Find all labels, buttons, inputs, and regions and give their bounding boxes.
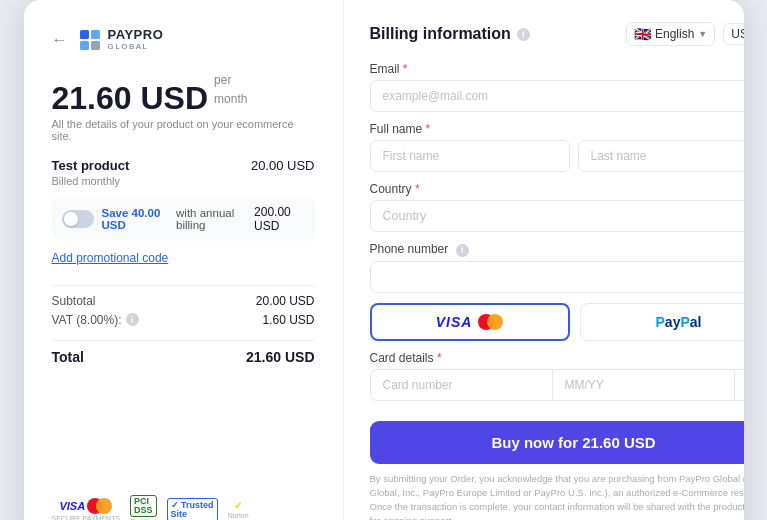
- billing-title-row: Billing information i: [370, 25, 530, 43]
- card-exp-input[interactable]: [552, 369, 734, 401]
- country-wrapper: Country ▼: [370, 200, 744, 232]
- pci-icon: PCIDSS: [130, 495, 157, 517]
- logo-cell-3: [80, 41, 89, 50]
- fullname-required: *: [426, 122, 431, 136]
- product-price: 20.00 USD: [251, 158, 315, 173]
- flag-icon: 🇬🇧: [634, 26, 651, 42]
- email-label: Email *: [370, 62, 744, 76]
- norton-badge: ✓ Norton: [228, 500, 249, 519]
- logo-cell-2: [91, 30, 100, 39]
- fullname-label: Full name *: [370, 122, 744, 136]
- vat-info-icon: i: [126, 313, 139, 326]
- logo-row: ← PAYPRO GLOBAL: [52, 28, 315, 51]
- paypal-payment-button[interactable]: PayPal: [580, 303, 744, 341]
- disclaimer: By submitting your Order, you acknowledg…: [370, 472, 744, 521]
- product-name: Test product: [52, 158, 130, 173]
- lastname-input[interactable]: [578, 140, 744, 172]
- name-row: [370, 140, 744, 172]
- norton-icon: ✓: [234, 500, 242, 511]
- card-details-row: ⊙: [370, 369, 744, 401]
- toggle-row: Save 40.00 USD with annual billing 200.0…: [52, 197, 315, 241]
- logo-sub: GLOBAL: [108, 42, 164, 51]
- billing-title: Billing information: [370, 25, 511, 43]
- payment-buttons: VISA PayPal: [370, 303, 744, 341]
- lang-label: English: [655, 27, 694, 41]
- save-label: Save 40.00 USD: [102, 207, 169, 231]
- total-label: Total: [52, 349, 84, 365]
- email-required: *: [403, 62, 408, 76]
- right-panel: Billing information i 🇬🇧 English ▼ USD ▼…: [344, 0, 744, 520]
- phone-input[interactable]: [370, 261, 744, 293]
- firstname-input[interactable]: [370, 140, 570, 172]
- paypal-logo: PayPal: [656, 314, 702, 330]
- subtotal-value: 20.00 USD: [256, 294, 315, 308]
- toggle-knob: [64, 212, 78, 226]
- product-desc: All the details of your product on your …: [52, 118, 315, 142]
- phone-group: Phone number i: [370, 242, 744, 293]
- vat-row: VAT (8.00%): i 1.60 USD: [52, 313, 315, 327]
- logo-cell-4: [91, 41, 100, 50]
- country-select[interactable]: Country: [370, 200, 744, 232]
- billing-header: Billing information i 🇬🇧 English ▼ USD ▼: [370, 22, 744, 46]
- vat-label: VAT (8.00%): i: [52, 313, 139, 327]
- fullname-group: Full name *: [370, 122, 744, 172]
- per-label: permonth: [214, 71, 247, 109]
- country-group: Country * Country ▼: [370, 182, 744, 232]
- price-row: 21.60 USD permonth: [52, 71, 315, 113]
- logo-icon: [80, 30, 100, 50]
- currency-selector[interactable]: USD ▼: [723, 23, 743, 45]
- toggle-suffix: with annual billing: [176, 207, 246, 231]
- annual-toggle[interactable]: [62, 210, 94, 228]
- logo-cell-1: [80, 30, 89, 39]
- subtotal-label: Subtotal: [52, 294, 96, 308]
- mastercard-icon: [87, 498, 112, 514]
- logo-name: PAYPRO: [108, 28, 164, 42]
- total-value: 21.60 USD: [246, 349, 314, 365]
- annual-price: 200.00 USD: [254, 205, 304, 233]
- back-arrow[interactable]: ←: [52, 31, 68, 49]
- checkout-card: ← PAYPRO GLOBAL 21.60 USD permonth All t…: [24, 0, 744, 520]
- product-line: Test product 20.00 USD: [52, 158, 315, 173]
- country-required: *: [415, 182, 420, 196]
- card-details-label: Card details *: [370, 351, 744, 365]
- main-price: 21.60 USD: [52, 82, 209, 114]
- total-row: Total 21.60 USD: [52, 340, 315, 365]
- pci-badge: PCIDSS Certified: [130, 495, 157, 521]
- visa-icon: VISA: [59, 500, 85, 512]
- subtotal-row: Subtotal 20.00 USD: [52, 294, 315, 308]
- billed-monthly: Billed monthly: [52, 175, 315, 187]
- currency-label: USD: [731, 27, 743, 41]
- promo-link[interactable]: Add promotional code: [52, 251, 315, 265]
- vat-value: 1.60 USD: [262, 313, 314, 327]
- left-panel: ← PAYPRO GLOBAL 21.60 USD permonth All t…: [24, 0, 344, 520]
- mastercard-logo: [478, 314, 503, 330]
- logo-grid: [80, 30, 100, 50]
- visa-payment-button[interactable]: VISA: [370, 303, 570, 341]
- country-label: Country *: [370, 182, 744, 196]
- header-controls: 🇬🇧 English ▼ USD ▼: [626, 22, 744, 46]
- trustedsite-badge: ✓ TrustedSite: [167, 498, 218, 521]
- email-input[interactable]: [370, 80, 744, 112]
- billing-info-icon[interactable]: i: [517, 28, 530, 41]
- visa-logo: VISA: [436, 314, 473, 330]
- secure-label: SECURE PAYMENTS: [52, 515, 121, 521]
- visa-badge: VISA SECURE PAYMENTS: [52, 498, 121, 521]
- card-details-group: Card details * ⊙: [370, 351, 744, 401]
- logo-text-block: PAYPRO GLOBAL: [108, 28, 164, 51]
- phone-label: Phone number i: [370, 242, 744, 257]
- card-cvc-input[interactable]: [734, 369, 744, 401]
- trustedsite-icon: ✓ TrustedSite: [167, 498, 218, 521]
- divider-1: [52, 285, 315, 286]
- trust-badges: VISA SECURE PAYMENTS PCIDSS Certified ✓ …: [52, 479, 315, 521]
- lang-chevron-icon: ▼: [698, 29, 707, 39]
- language-selector[interactable]: 🇬🇧 English ▼: [626, 22, 715, 46]
- phone-info-icon[interactable]: i: [456, 244, 469, 257]
- buy-button[interactable]: Buy now for 21.60 USD: [370, 421, 744, 464]
- card-required: *: [437, 351, 442, 365]
- email-group: Email *: [370, 62, 744, 112]
- card-cvc-wrapper: ⊙: [734, 369, 744, 401]
- card-number-input[interactable]: [370, 369, 552, 401]
